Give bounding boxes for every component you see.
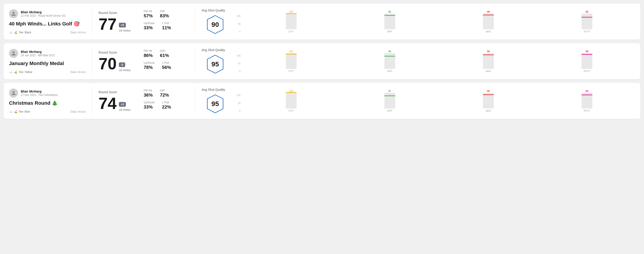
bar-background (582, 53, 592, 69)
score-number: 77 (98, 16, 116, 32)
score-meta: +218 Holes (119, 102, 130, 112)
bar-background (483, 93, 494, 109)
bar-col-app: 86APP (342, 50, 438, 73)
bar-area (483, 13, 494, 29)
bars-row: 107OTT95APP98ARG82PUTT (243, 10, 635, 33)
player-header: Blair McHarg27 Dec 2021 · The Oxfordshir… (9, 89, 86, 98)
player-section: Blair McHarg27 Dec 2021 · The Oxfordshir… (9, 89, 86, 114)
y-label-0: 0 (235, 110, 240, 112)
bar-area (582, 13, 592, 29)
chart-section: 100500107OTT95APP98ARG82PUTT (235, 10, 635, 33)
score-section: Round Score77+518 Holes (98, 11, 139, 32)
chart-wrapper: 100500101OTT86APP96ARG99PUTT (235, 50, 635, 73)
y-label-0: 0 (235, 30, 240, 33)
bag-icon: ⛳ (14, 110, 17, 113)
bar-value-label: 95 (388, 10, 391, 13)
bar-xlabel: PUTT (584, 110, 590, 112)
avatar (9, 9, 18, 18)
player-meta: 12 Feb 2022 · Royal North Devon GC (21, 14, 66, 17)
bar-background (483, 53, 494, 69)
bar-xlabel: PUTT (584, 30, 590, 33)
bar-area (582, 53, 592, 69)
hexagon-wrapper: 95 (202, 54, 229, 74)
player-header: Blair McHarg12 Feb 2022 · Royal North De… (9, 9, 86, 18)
stat-value: 22% (162, 105, 171, 110)
tee-info: ☁️⛳Tee: Black (9, 31, 31, 34)
divider-2 (195, 48, 195, 75)
hexagon: 90 (205, 14, 225, 35)
score-row: 74+218 Holes (98, 95, 139, 112)
bar-indicator-line (582, 95, 592, 95)
bar-xlabel: APP (387, 30, 392, 33)
stat-label: Up/Down (144, 61, 155, 64)
bar-background (286, 93, 296, 109)
stat-1-putt: 1 Putt56% (162, 61, 171, 70)
divider-2 (195, 8, 195, 35)
player-name: Blair McHarg (21, 50, 55, 54)
stat-value: 83% (160, 13, 169, 18)
player-header: Blair McHarg29 Jan 2022 · Mill Ride GCC (9, 49, 86, 58)
bar-value-label: 96 (487, 50, 490, 53)
avg-shot-quality-label: Avg Shot Quality (202, 48, 229, 52)
bar-col-app: 95APP (342, 10, 438, 33)
stat-value: 72% (160, 93, 169, 98)
bar-col-putt: 82PUTT (539, 10, 635, 33)
bar-xlabel: ARG (486, 110, 491, 112)
score-row: 77+518 Holes (98, 16, 139, 32)
bar-value-label: 86 (388, 50, 391, 53)
player-name: Blair McHarg (21, 10, 66, 14)
quality-score: 90 (211, 21, 219, 28)
bar-indicator-line (384, 96, 395, 96)
bar-area (286, 93, 296, 109)
bar-xlabel: ARG (486, 30, 491, 33)
bar-area (384, 53, 395, 69)
stat-label: 1 Putt (162, 22, 171, 25)
stat-label: 1 Putt (162, 101, 171, 104)
divider-1 (92, 87, 92, 114)
bar-background (483, 13, 494, 29)
bar-indicator-line (384, 15, 395, 16)
y-label-0: 0 (235, 70, 240, 73)
stat-value: 11% (162, 25, 171, 30)
bar-value-label: 82 (586, 10, 588, 13)
round-score-label: Round Score (98, 51, 139, 54)
stat-label: FW Hit (144, 49, 153, 52)
hexagon-wrapper: 95 (202, 94, 229, 114)
y-label-100: 100 (235, 54, 240, 57)
bar-col-app: 87APP (342, 90, 438, 112)
bar-col-arg: 96ARG (440, 50, 536, 73)
bar-xlabel: OTT (289, 110, 294, 112)
bar-background (286, 13, 296, 29)
quality-score: 95 (211, 100, 219, 108)
bar-value-label: 99 (586, 50, 588, 53)
stat-label: GIR (160, 89, 169, 92)
score-section: Round Score74+218 Holes (98, 90, 139, 112)
bar-xlabel: ARG (486, 70, 491, 73)
divider-1 (92, 48, 92, 75)
stat-value: 56% (162, 65, 171, 70)
bar-xlabel: OTT (289, 70, 294, 73)
stats-section: FW Hit36%GIR72%Up/Down33%1 Putt22% (144, 89, 189, 113)
bar-indicator-line (286, 13, 296, 14)
round-score-label: Round Score (98, 11, 139, 15)
stat-value: 78% (144, 65, 155, 70)
stat-gir: GIR61% (160, 49, 169, 58)
bar-background (582, 13, 592, 29)
stat-value: 61% (160, 53, 169, 58)
stat-label: Up/Down (144, 101, 155, 104)
stat-gir: GIR83% (160, 10, 169, 18)
avg-shot-quality-label: Avg Shot Quality (202, 88, 229, 91)
player-info: Blair McHarg29 Jan 2022 · Mill Ride GCC (21, 50, 55, 57)
bar-indicator-line (582, 54, 592, 55)
round-title: Christmas Round 🎄 (9, 100, 86, 106)
score-meta: +518 Holes (119, 23, 130, 32)
hexagon-wrapper: 90 (202, 14, 229, 35)
bar-indicator-line (384, 56, 395, 57)
y-label-50: 50 (235, 23, 240, 25)
stat-up-down: Up/Down33% (144, 101, 155, 110)
stats-row-1: FW Hit36%GIR72% (144, 89, 189, 98)
y-label-50: 50 (235, 62, 240, 65)
stat-value: 57% (144, 13, 153, 18)
round-footer: ☁️⛳Tee: BlackData: Arccos (9, 31, 86, 34)
stats-row-1: FW Hit86%GIR61% (144, 49, 189, 58)
